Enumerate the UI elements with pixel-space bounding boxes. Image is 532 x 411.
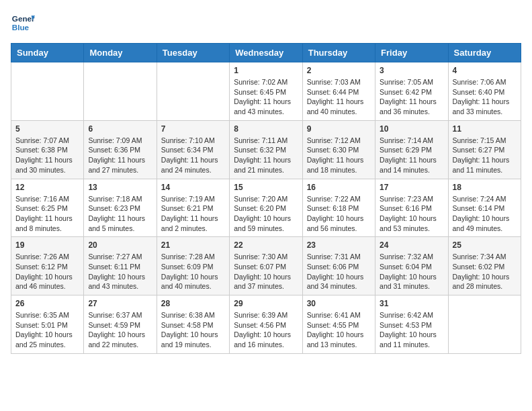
day-number: 5: [15, 124, 79, 134]
day-info: Sunrise: 7:02 AM Sunset: 6:45 PM Dayligh…: [234, 77, 298, 117]
day-number: 31: [380, 299, 443, 308]
calendar-cell: 18Sunrise: 7:24 AM Sunset: 6:14 PM Dayli…: [448, 179, 521, 237]
calendar-cell: 13Sunrise: 7:18 AM Sunset: 6:23 PM Dayli…: [84, 179, 157, 237]
day-number: 8: [234, 124, 298, 134]
page-header: General Blue: [11, 11, 521, 35]
day-number: 18: [453, 183, 517, 192]
day-number: 26: [15, 299, 79, 308]
day-of-week-header: Thursday: [302, 44, 375, 62]
calendar-cell: 9Sunrise: 7:12 AM Sunset: 6:30 PM Daylig…: [302, 120, 375, 179]
day-info: Sunrise: 7:06 AM Sunset: 6:40 PM Dayligh…: [453, 77, 517, 117]
day-info: Sunrise: 7:14 AM Sunset: 6:29 PM Dayligh…: [380, 136, 443, 175]
day-number: 11: [453, 124, 517, 134]
day-of-week-header: Saturday: [448, 44, 521, 62]
calendar-cell: 6Sunrise: 7:09 AM Sunset: 6:36 PM Daylig…: [84, 120, 157, 179]
calendar-week-row: 19Sunrise: 7:26 AM Sunset: 6:12 PM Dayli…: [11, 237, 521, 295]
day-info: Sunrise: 7:09 AM Sunset: 6:36 PM Dayligh…: [88, 136, 152, 175]
day-info: Sunrise: 7:22 AM Sunset: 6:18 PM Dayligh…: [307, 194, 371, 234]
calendar-cell: 22Sunrise: 7:30 AM Sunset: 6:07 PM Dayli…: [230, 237, 302, 295]
calendar-cell: 28Sunrise: 6:38 AM Sunset: 4:58 PM Dayli…: [157, 295, 229, 354]
day-number: 21: [161, 240, 225, 250]
calendar-cell: 16Sunrise: 7:22 AM Sunset: 6:18 PM Dayli…: [302, 179, 375, 237]
calendar-cell: 3Sunrise: 7:05 AM Sunset: 6:42 PM Daylig…: [375, 62, 448, 121]
calendar-cell: 30Sunrise: 6:41 AM Sunset: 4:55 PM Dayli…: [302, 295, 375, 354]
day-info: Sunrise: 6:38 AM Sunset: 4:58 PM Dayligh…: [161, 310, 225, 350]
day-number: 4: [453, 66, 517, 75]
calendar-cell: 11Sunrise: 7:15 AM Sunset: 6:27 PM Dayli…: [448, 120, 521, 179]
day-number: 17: [380, 183, 443, 192]
day-number: 7: [161, 124, 225, 134]
day-info: Sunrise: 7:20 AM Sunset: 6:20 PM Dayligh…: [234, 194, 298, 234]
calendar-week-row: 26Sunrise: 6:35 AM Sunset: 5:01 PM Dayli…: [11, 295, 521, 354]
day-number: 20: [88, 240, 152, 250]
day-info: Sunrise: 7:34 AM Sunset: 6:02 PM Dayligh…: [453, 252, 517, 291]
day-info: Sunrise: 7:23 AM Sunset: 6:16 PM Dayligh…: [380, 194, 443, 234]
day-info: Sunrise: 7:27 AM Sunset: 6:11 PM Dayligh…: [88, 252, 152, 291]
calendar-cell: [84, 62, 157, 121]
day-number: 25: [453, 240, 517, 250]
logo-icon: General Blue: [11, 11, 35, 35]
day-number: 3: [380, 66, 443, 75]
day-info: Sunrise: 7:18 AM Sunset: 6:23 PM Dayligh…: [88, 194, 152, 234]
calendar-cell: 14Sunrise: 7:19 AM Sunset: 6:21 PM Dayli…: [157, 179, 229, 237]
day-info: Sunrise: 7:26 AM Sunset: 6:12 PM Dayligh…: [15, 252, 79, 291]
day-number: 23: [307, 240, 371, 250]
day-number: 1: [234, 66, 298, 75]
day-info: Sunrise: 7:15 AM Sunset: 6:27 PM Dayligh…: [453, 136, 517, 175]
calendar-cell: 4Sunrise: 7:06 AM Sunset: 6:40 PM Daylig…: [448, 62, 521, 121]
calendar-cell: 27Sunrise: 6:37 AM Sunset: 4:59 PM Dayli…: [84, 295, 157, 354]
day-info: Sunrise: 6:42 AM Sunset: 4:53 PM Dayligh…: [380, 310, 443, 350]
calendar-cell: 20Sunrise: 7:27 AM Sunset: 6:11 PM Dayli…: [84, 237, 157, 295]
day-number: 12: [15, 183, 79, 192]
day-info: Sunrise: 7:11 AM Sunset: 6:32 PM Dayligh…: [234, 136, 298, 175]
calendar-cell: [448, 295, 521, 354]
day-info: Sunrise: 6:37 AM Sunset: 4:59 PM Dayligh…: [88, 310, 152, 350]
day-of-week-header: Friday: [375, 44, 448, 62]
day-info: Sunrise: 6:35 AM Sunset: 5:01 PM Dayligh…: [15, 310, 79, 350]
calendar-cell: 1Sunrise: 7:02 AM Sunset: 6:45 PM Daylig…: [230, 62, 302, 121]
day-info: Sunrise: 7:03 AM Sunset: 6:44 PM Dayligh…: [307, 77, 371, 117]
calendar-cell: 15Sunrise: 7:20 AM Sunset: 6:20 PM Dayli…: [230, 179, 302, 237]
day-info: Sunrise: 7:12 AM Sunset: 6:30 PM Dayligh…: [307, 136, 371, 175]
day-number: 30: [307, 299, 371, 308]
day-number: 14: [161, 183, 225, 192]
day-number: 27: [88, 299, 152, 308]
calendar-week-row: 1Sunrise: 7:02 AM Sunset: 6:45 PM Daylig…: [11, 62, 521, 121]
day-info: Sunrise: 7:31 AM Sunset: 6:06 PM Dayligh…: [307, 252, 371, 291]
day-of-week-header: Sunday: [11, 44, 84, 62]
calendar-cell: 2Sunrise: 7:03 AM Sunset: 6:44 PM Daylig…: [302, 62, 375, 121]
logo: General Blue: [11, 11, 35, 35]
calendar-cell: 7Sunrise: 7:10 AM Sunset: 6:34 PM Daylig…: [157, 120, 229, 179]
calendar-cell: 12Sunrise: 7:16 AM Sunset: 6:25 PM Dayli…: [11, 179, 84, 237]
day-info: Sunrise: 6:39 AM Sunset: 4:56 PM Dayligh…: [234, 310, 298, 350]
day-number: 2: [307, 66, 371, 75]
day-number: 15: [234, 183, 298, 192]
day-of-week-header: Wednesday: [230, 44, 302, 62]
day-of-week-header: Monday: [84, 44, 157, 62]
calendar-header-row: SundayMondayTuesdayWednesdayThursdayFrid…: [11, 44, 521, 62]
svg-text:Blue: Blue: [12, 23, 30, 32]
calendar-week-row: 12Sunrise: 7:16 AM Sunset: 6:25 PM Dayli…: [11, 179, 521, 237]
day-number: 24: [380, 240, 443, 250]
calendar-cell: 21Sunrise: 7:28 AM Sunset: 6:09 PM Dayli…: [157, 237, 229, 295]
day-info: Sunrise: 6:41 AM Sunset: 4:55 PM Dayligh…: [307, 310, 371, 350]
calendar-week-row: 5Sunrise: 7:07 AM Sunset: 6:38 PM Daylig…: [11, 120, 521, 179]
calendar-cell: [157, 62, 229, 121]
day-info: Sunrise: 7:16 AM Sunset: 6:25 PM Dayligh…: [15, 194, 79, 234]
calendar-cell: 26Sunrise: 6:35 AM Sunset: 5:01 PM Dayli…: [11, 295, 84, 354]
day-info: Sunrise: 7:32 AM Sunset: 6:04 PM Dayligh…: [380, 252, 443, 291]
calendar-cell: 17Sunrise: 7:23 AM Sunset: 6:16 PM Dayli…: [375, 179, 448, 237]
calendar-cell: 19Sunrise: 7:26 AM Sunset: 6:12 PM Dayli…: [11, 237, 84, 295]
svg-text:General: General: [12, 14, 35, 23]
day-number: 16: [307, 183, 371, 192]
day-number: 10: [380, 124, 443, 134]
calendar-cell: 25Sunrise: 7:34 AM Sunset: 6:02 PM Dayli…: [448, 237, 521, 295]
calendar-cell: [11, 62, 84, 121]
day-number: 22: [234, 240, 298, 250]
day-info: Sunrise: 7:30 AM Sunset: 6:07 PM Dayligh…: [234, 252, 298, 291]
day-number: 9: [307, 124, 371, 134]
day-number: 19: [15, 240, 79, 250]
day-of-week-header: Tuesday: [157, 44, 229, 62]
calendar-cell: 8Sunrise: 7:11 AM Sunset: 6:32 PM Daylig…: [230, 120, 302, 179]
calendar-cell: 5Sunrise: 7:07 AM Sunset: 6:38 PM Daylig…: [11, 120, 84, 179]
